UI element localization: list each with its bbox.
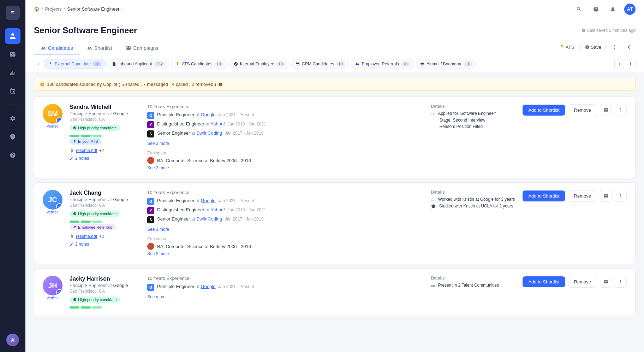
- skill-bars-jacky: [70, 306, 140, 309]
- exp-years-sandra: 10 Years Experience: [147, 104, 424, 109]
- question-icon: [593, 6, 599, 12]
- sourced-info-icon: [218, 82, 222, 87]
- exp-item-1-jacky: G Principle Engineer at Google Jan 2021 …: [147, 284, 424, 291]
- exp-logo-swift-2: S: [147, 216, 154, 223]
- more-btn-jacky[interactable]: [615, 276, 627, 288]
- tab-campaigns[interactable]: Campaigns: [119, 42, 165, 54]
- sidebar-user-avatar[interactable]: A: [6, 334, 19, 346]
- see-more-edu-jack[interactable]: See 2 more: [147, 251, 169, 256]
- remove-btn-jack[interactable]: Remove: [568, 190, 597, 202]
- attachment-icon-sandra: [70, 148, 74, 153]
- sidebar-item-candidates[interactable]: [5, 28, 20, 44]
- avatar-jack: JC ✓: [43, 190, 62, 210]
- add-shortlist-btn-sandra[interactable]: Add to Shortlist: [523, 105, 565, 116]
- chevron-down-icon: [121, 7, 125, 11]
- home-icon[interactable]: 🏠: [34, 6, 40, 12]
- alumni-tab-icon: [420, 62, 424, 66]
- close-panel-button[interactable]: [624, 41, 636, 53]
- attachment-link-jack[interactable]: resume.pdf: [76, 234, 97, 239]
- filter-tab-crm[interactable]: CRM Candidates 10: [291, 59, 350, 69]
- exp-role-3: Senior Engineer at Swift Coding Jan 2017…: [157, 130, 263, 136]
- sidebar-item-inbox[interactable]: [5, 47, 20, 62]
- remove-btn-sandra[interactable]: Remove: [568, 104, 597, 116]
- breadcrumb-projects[interactable]: Projects: [45, 6, 62, 12]
- see-more-exp-jack[interactable]: See 3 more: [147, 227, 169, 232]
- breadcrumb-current: Senior Software Engineer: [67, 6, 125, 12]
- sidebar-item-help[interactable]: [5, 147, 20, 163]
- last-saved: Last saved 2 minutes ago: [582, 28, 636, 33]
- filter-toggle-btn[interactable]: [34, 59, 44, 69]
- topbar: 🏠 / Projects / Senior Software Engineer …: [25, 0, 644, 18]
- filter-tab-inbound[interactable]: Inbound Applicant 352: [107, 59, 169, 69]
- help-icon-btn[interactable]: [590, 4, 602, 15]
- avatar-wrap-jacky: JH ✓ Verified: [43, 276, 62, 300]
- sidebar-item-integrations[interactable]: [5, 83, 20, 99]
- email-btn-jacky[interactable]: [600, 276, 612, 288]
- exp-item-3-jack: S Senior Engineer at Swift Coding Jan 20…: [147, 216, 424, 223]
- settings-icon: [10, 115, 16, 122]
- detail-icon-j2: 🎓: [431, 204, 436, 209]
- bell-icon: [610, 6, 616, 12]
- remove-btn-jacky[interactable]: Remove: [568, 276, 597, 288]
- skill-bars-sandra: [70, 135, 140, 137]
- exp-logo-yahoo-2: Y: [147, 207, 154, 214]
- sidebar-item-analytics[interactable]: [5, 65, 20, 81]
- filter-tab-internal[interactable]: Internal Employee 10: [229, 59, 290, 69]
- filter-tab-referrals[interactable]: Employee Referrals 10: [351, 59, 414, 69]
- email-btn-jack[interactable]: [600, 190, 612, 202]
- filter-tab-alumni[interactable]: Alumni / Boomerar 10: [416, 59, 477, 69]
- inbound-tab-icon: [112, 62, 116, 66]
- attachment-row-sandra: resume.pdf +2: [70, 148, 140, 153]
- filter-tab-ats[interactable]: ATS Candidates 10: [171, 59, 228, 69]
- see-more-exp-jacky[interactable]: See more: [147, 294, 166, 299]
- edu-item-sandra: BA, Computer Science at Berkley 2006 - 2…: [147, 157, 424, 164]
- attachment-icon-jack: [70, 234, 74, 239]
- more-btn-jack[interactable]: [615, 190, 627, 202]
- attachment-extra-jack: +2: [99, 234, 104, 239]
- filter-prev-btn[interactable]: [614, 59, 624, 69]
- referral-tab-icon: [355, 62, 359, 66]
- edu-section-sandra: Education BA, Computer Science at Berkle…: [147, 151, 424, 171]
- detail-icon-jh1: 🏘: [431, 283, 435, 288]
- detail-icon-1: 🗂: [431, 111, 435, 116]
- priority-tag-jacky: High priority candidate: [70, 297, 120, 303]
- filter-info-btn[interactable]: i: [626, 59, 636, 69]
- notes-row-sandra[interactable]: 2 notes: [70, 156, 140, 161]
- candidate-tags-sandra: High priority candidate In your ATS resu…: [70, 125, 140, 161]
- search-icon-btn[interactable]: [573, 4, 585, 15]
- candidate-info-jacky: Jacky Harrison Principle Engineer at Goo…: [70, 276, 140, 309]
- sidebar-bottom: A: [6, 334, 19, 346]
- see-more-edu-sandra[interactable]: See 2 more: [147, 165, 169, 170]
- tab-candidates[interactable]: Candidates: [34, 42, 80, 54]
- add-shortlist-btn-jacky[interactable]: Add to Shortlist: [523, 276, 565, 287]
- notifications-icon-btn[interactable]: [607, 4, 619, 15]
- topbar-user-avatar[interactable]: AT: [624, 4, 636, 15]
- ats-button[interactable]: ATS: [556, 42, 578, 52]
- notes-row-jack[interactable]: 2 notes: [70, 242, 140, 247]
- more-icon-sandra: [618, 107, 623, 112]
- details-label-jacky: Details: [431, 276, 515, 281]
- sourced-text: 100 candidates sourced by Copilot ( 5 sh…: [47, 82, 216, 87]
- add-shortlist-btn-jack[interactable]: Add to Shortlist: [523, 190, 565, 201]
- exp-logo-yahoo-1: Y: [147, 121, 154, 128]
- details-label-jack: Details: [431, 190, 515, 195]
- page-tabs: Candidates Shortlist Campaigns: [34, 42, 165, 54]
- more-options-button[interactable]: [609, 41, 621, 53]
- email-btn-sandra[interactable]: [600, 104, 612, 116]
- sidebar-logo[interactable]: ≡: [6, 6, 20, 20]
- verified-label-sandra: Verified: [47, 124, 58, 128]
- sidebar-item-settings[interactable]: [5, 111, 20, 126]
- see-more-exp-sandra[interactable]: See 3 more: [147, 141, 169, 146]
- more-btn-sandra[interactable]: [615, 104, 627, 116]
- external-tab-icon: [48, 62, 53, 66]
- tab-shortlist[interactable]: Shortlist: [80, 42, 119, 54]
- filter-tab-external[interactable]: External Candidate 10: [44, 59, 106, 69]
- exp-logo-google-2: G: [147, 198, 154, 205]
- experience-section-sandra: 10 Years Experience G Principle Engineer…: [147, 104, 424, 171]
- exp-item-1-sandra: G Principle Engineer at Google Jan 2021 …: [147, 112, 424, 119]
- save-button[interactable]: Save: [580, 42, 606, 52]
- attachment-row-jack: resume.pdf +2: [70, 234, 140, 239]
- sidebar-item-security[interactable]: [5, 129, 20, 145]
- attachment-link-sandra[interactable]: resume.pdf: [76, 148, 97, 153]
- exp-years-jacky: 10 Years Experience: [147, 276, 424, 281]
